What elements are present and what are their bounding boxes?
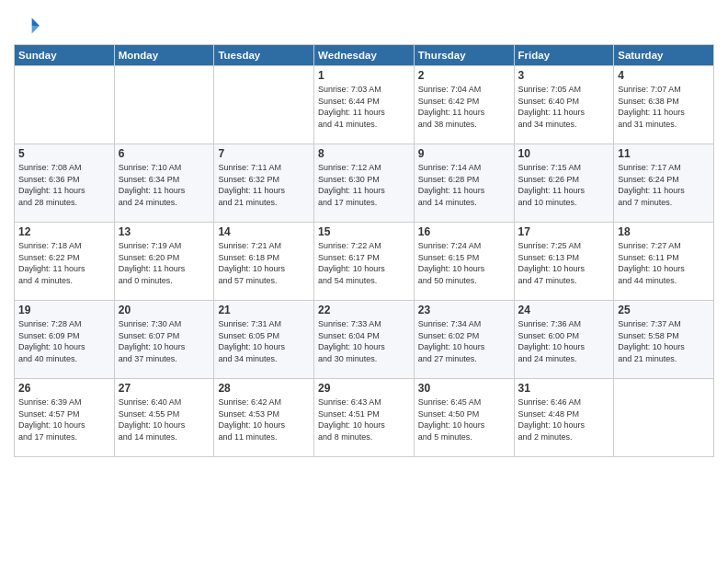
calendar-cell: 4Sunrise: 7:07 AM Sunset: 6:38 PM Daylig… xyxy=(614,66,714,144)
header xyxy=(14,9,714,39)
calendar-cell: 3Sunrise: 7:05 AM Sunset: 6:40 PM Daylig… xyxy=(514,66,614,144)
day-info: Sunrise: 7:11 AM Sunset: 6:32 PM Dayligh… xyxy=(218,162,310,208)
calendar-cell: 26Sunrise: 6:39 AM Sunset: 4:57 PM Dayli… xyxy=(15,379,115,457)
calendar-cell: 6Sunrise: 7:10 AM Sunset: 6:34 PM Daylig… xyxy=(114,144,214,223)
day-number: 10 xyxy=(518,147,610,160)
calendar: SundayMondayTuesdayWednesdayThursdayFrid… xyxy=(14,44,714,457)
calendar-cell: 31Sunrise: 6:46 AM Sunset: 4:48 PM Dayli… xyxy=(514,379,614,457)
weekday-header-wednesday: Wednesday xyxy=(314,45,415,66)
day-info: Sunrise: 6:45 AM Sunset: 4:50 PM Dayligh… xyxy=(418,396,510,442)
day-number: 3 xyxy=(518,69,610,82)
calendar-cell: 2Sunrise: 7:04 AM Sunset: 6:42 PM Daylig… xyxy=(414,66,514,144)
weekday-header-friday: Friday xyxy=(514,45,614,66)
week-row-1: 1Sunrise: 7:03 AM Sunset: 6:44 PM Daylig… xyxy=(15,66,714,144)
day-number: 15 xyxy=(318,225,410,238)
day-number: 31 xyxy=(518,382,610,395)
day-number: 8 xyxy=(318,147,410,160)
calendar-cell: 19Sunrise: 7:28 AM Sunset: 6:09 PM Dayli… xyxy=(15,301,115,379)
day-number: 21 xyxy=(218,304,310,316)
day-info: Sunrise: 7:28 AM Sunset: 6:09 PM Dayligh… xyxy=(18,318,110,364)
calendar-cell: 18Sunrise: 7:27 AM Sunset: 6:11 PM Dayli… xyxy=(614,223,714,301)
svg-marker-0 xyxy=(32,18,40,26)
day-info: Sunrise: 6:43 AM Sunset: 4:51 PM Dayligh… xyxy=(318,396,410,442)
calendar-cell: 21Sunrise: 7:31 AM Sunset: 6:05 PM Dayli… xyxy=(214,301,314,379)
day-info: Sunrise: 7:17 AM Sunset: 6:24 PM Dayligh… xyxy=(618,162,710,208)
day-info: Sunrise: 7:30 AM Sunset: 6:07 PM Dayligh… xyxy=(119,318,210,364)
day-info: Sunrise: 7:18 AM Sunset: 6:22 PM Dayligh… xyxy=(18,240,110,286)
day-info: Sunrise: 7:21 AM Sunset: 6:18 PM Dayligh… xyxy=(218,240,310,286)
day-number: 29 xyxy=(318,382,410,395)
day-info: Sunrise: 7:19 AM Sunset: 6:20 PM Dayligh… xyxy=(119,240,210,286)
day-number: 11 xyxy=(618,147,710,160)
calendar-cell xyxy=(15,66,115,144)
day-info: Sunrise: 6:42 AM Sunset: 4:53 PM Dayligh… xyxy=(218,396,310,442)
weekday-header-sunday: Sunday xyxy=(15,45,115,66)
week-row-3: 12Sunrise: 7:18 AM Sunset: 6:22 PM Dayli… xyxy=(15,223,714,301)
calendar-cell: 10Sunrise: 7:15 AM Sunset: 6:26 PM Dayli… xyxy=(514,144,614,223)
weekday-header-tuesday: Tuesday xyxy=(214,45,314,66)
day-number: 9 xyxy=(418,147,510,160)
day-info: Sunrise: 7:07 AM Sunset: 6:38 PM Dayligh… xyxy=(618,84,710,130)
week-row-5: 26Sunrise: 6:39 AM Sunset: 4:57 PM Dayli… xyxy=(15,379,714,457)
weekday-header-monday: Monday xyxy=(114,45,214,66)
day-number: 17 xyxy=(518,225,610,238)
svg-marker-1 xyxy=(32,26,40,33)
day-number: 16 xyxy=(418,225,510,238)
calendar-cell: 14Sunrise: 7:21 AM Sunset: 6:18 PM Dayli… xyxy=(214,223,314,301)
calendar-cell: 15Sunrise: 7:22 AM Sunset: 6:17 PM Dayli… xyxy=(314,223,415,301)
day-info: Sunrise: 7:03 AM Sunset: 6:44 PM Dayligh… xyxy=(318,84,410,130)
page: SundayMondayTuesdayWednesdayThursdayFrid… xyxy=(0,0,728,563)
calendar-cell xyxy=(114,66,214,144)
day-number: 18 xyxy=(618,225,710,238)
day-number: 28 xyxy=(218,382,310,395)
calendar-cell: 20Sunrise: 7:30 AM Sunset: 6:07 PM Dayli… xyxy=(114,301,214,379)
weekday-header-saturday: Saturday xyxy=(614,45,714,66)
calendar-cell: 22Sunrise: 7:33 AM Sunset: 6:04 PM Dayli… xyxy=(314,301,415,379)
day-number: 13 xyxy=(119,225,210,238)
day-number: 5 xyxy=(18,147,110,160)
day-info: Sunrise: 7:08 AM Sunset: 6:36 PM Dayligh… xyxy=(18,162,110,208)
day-number: 26 xyxy=(18,382,110,395)
calendar-cell: 30Sunrise: 6:45 AM Sunset: 4:50 PM Dayli… xyxy=(414,379,514,457)
calendar-cell xyxy=(214,66,314,144)
weekday-header-thursday: Thursday xyxy=(414,45,514,66)
calendar-cell: 23Sunrise: 7:34 AM Sunset: 6:02 PM Dayli… xyxy=(414,301,514,379)
calendar-cell: 25Sunrise: 7:37 AM Sunset: 5:58 PM Dayli… xyxy=(614,301,714,379)
day-info: Sunrise: 7:33 AM Sunset: 6:04 PM Dayligh… xyxy=(318,318,410,364)
day-number: 23 xyxy=(418,304,510,316)
logo-icon xyxy=(14,13,40,39)
calendar-cell: 28Sunrise: 6:42 AM Sunset: 4:53 PM Dayli… xyxy=(214,379,314,457)
day-info: Sunrise: 6:46 AM Sunset: 4:48 PM Dayligh… xyxy=(518,396,610,442)
day-number: 22 xyxy=(318,304,410,316)
day-info: Sunrise: 7:10 AM Sunset: 6:34 PM Dayligh… xyxy=(119,162,210,208)
calendar-cell: 16Sunrise: 7:24 AM Sunset: 6:15 PM Dayli… xyxy=(414,223,514,301)
day-number: 27 xyxy=(119,382,210,395)
day-info: Sunrise: 7:27 AM Sunset: 6:11 PM Dayligh… xyxy=(618,240,710,286)
day-info: Sunrise: 6:40 AM Sunset: 4:55 PM Dayligh… xyxy=(119,396,210,442)
calendar-cell: 7Sunrise: 7:11 AM Sunset: 6:32 PM Daylig… xyxy=(214,144,314,223)
calendar-cell: 11Sunrise: 7:17 AM Sunset: 6:24 PM Dayli… xyxy=(614,144,714,223)
day-info: Sunrise: 7:36 AM Sunset: 6:00 PM Dayligh… xyxy=(518,318,610,364)
day-info: Sunrise: 7:31 AM Sunset: 6:05 PM Dayligh… xyxy=(218,318,310,364)
calendar-cell xyxy=(614,379,714,457)
day-info: Sunrise: 7:25 AM Sunset: 6:13 PM Dayligh… xyxy=(518,240,610,286)
calendar-cell: 5Sunrise: 7:08 AM Sunset: 6:36 PM Daylig… xyxy=(15,144,115,223)
day-number: 19 xyxy=(18,304,110,316)
day-number: 20 xyxy=(119,304,210,316)
calendar-cell: 27Sunrise: 6:40 AM Sunset: 4:55 PM Dayli… xyxy=(114,379,214,457)
calendar-cell: 12Sunrise: 7:18 AM Sunset: 6:22 PM Dayli… xyxy=(15,223,115,301)
calendar-cell: 8Sunrise: 7:12 AM Sunset: 6:30 PM Daylig… xyxy=(314,144,415,223)
day-number: 4 xyxy=(618,69,710,82)
calendar-cell: 1Sunrise: 7:03 AM Sunset: 6:44 PM Daylig… xyxy=(314,66,415,144)
day-info: Sunrise: 7:34 AM Sunset: 6:02 PM Dayligh… xyxy=(418,318,510,364)
day-info: Sunrise: 7:04 AM Sunset: 6:42 PM Dayligh… xyxy=(418,84,510,130)
calendar-cell: 24Sunrise: 7:36 AM Sunset: 6:00 PM Dayli… xyxy=(514,301,614,379)
logo xyxy=(14,13,43,39)
week-row-4: 19Sunrise: 7:28 AM Sunset: 6:09 PM Dayli… xyxy=(15,301,714,379)
day-number: 2 xyxy=(418,69,510,82)
day-info: Sunrise: 7:22 AM Sunset: 6:17 PM Dayligh… xyxy=(318,240,410,286)
day-number: 30 xyxy=(418,382,510,395)
day-info: Sunrise: 6:39 AM Sunset: 4:57 PM Dayligh… xyxy=(18,396,110,442)
calendar-cell: 9Sunrise: 7:14 AM Sunset: 6:28 PM Daylig… xyxy=(414,144,514,223)
day-number: 7 xyxy=(218,147,310,160)
